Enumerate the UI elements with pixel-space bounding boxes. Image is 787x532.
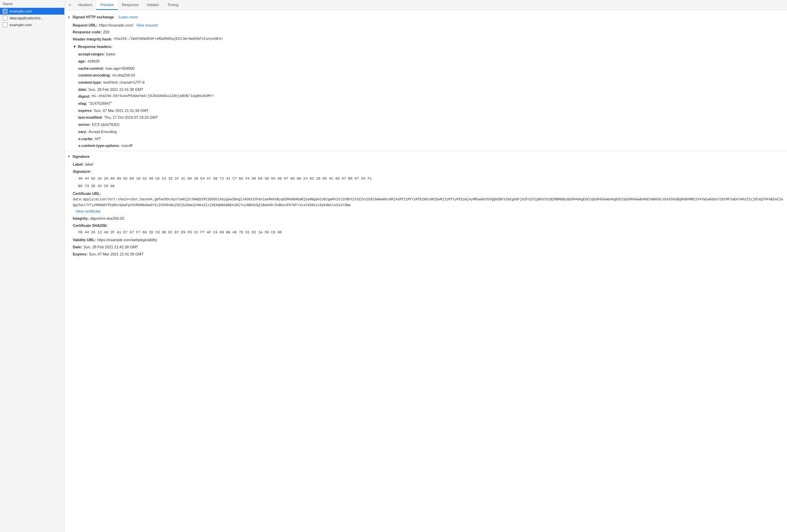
main-panel: × Headers Preview Response Initiator Tim… (65, 0, 787, 532)
header-integrity-label: Header integrity hash: (73, 36, 112, 43)
sidebar-header: Name (0, 0, 64, 8)
sig-expires-key: Expires: (73, 251, 87, 257)
sidebar-item-example-com-2[interactable]: example.com (0, 21, 64, 28)
integrity-value: digest/mi-sha256-03 (90, 215, 124, 222)
sig-label-key: Label: (73, 161, 84, 168)
rh-vary: vary: Accept-Encoding (65, 128, 787, 135)
rh-x-cache: x-cache: HIT (65, 135, 787, 143)
rh-value: 428635 (87, 58, 100, 65)
rh-value: HIT (95, 136, 101, 142)
request-url-row: Request URL: https://example.com/ View r… (65, 22, 787, 29)
tab-preview[interactable]: Preview (96, 0, 118, 10)
sidebar-item-data-application[interactable]: data:application/ce... (0, 15, 64, 21)
sidebar-item-label: example.com (10, 9, 32, 13)
sig-date-key: Date: (73, 244, 82, 250)
rh-value: Accept-Encoding (88, 129, 117, 135)
cert-sha256-row: Certificate SHA256: (65, 222, 787, 229)
rh-value: Thu, 17 Oct 2019 07:18:26 GMT (104, 114, 158, 121)
tab-timing[interactable]: Timing (163, 0, 183, 10)
file-icon (3, 9, 7, 14)
signature-section-header[interactable]: ▼ Signature (65, 152, 787, 161)
rh-key: content-type: (78, 79, 102, 86)
rh-content-encoding: content-encoding: mi-sha256-03 (65, 72, 787, 79)
tab-response[interactable]: Response (118, 0, 143, 10)
sig-bytes-row: Signature: (65, 168, 787, 175)
rh-key: cache-control: (78, 65, 104, 72)
preview-content: ▼ Signed HTTP exchange Learn more Reques… (65, 10, 787, 532)
integrity-key: Integrity: (73, 215, 89, 222)
rh-etag: etag: "3147526947" (65, 100, 787, 107)
sig-label-value: label (85, 161, 93, 168)
rh-key: content-encoding: (78, 72, 111, 79)
rh-age: age: 428635 (65, 58, 787, 65)
sig-triangle: ▼ (67, 154, 70, 159)
rh-key: server: (78, 121, 91, 128)
rh-value: ECS (dcb/7EA2) (92, 121, 120, 128)
sig-expires-row: Expires: Sun, 07 Mar 2021 21:41:38 GMT (65, 251, 787, 258)
rh-value: text/html; charset=UTF-8 (103, 79, 145, 86)
rh-digest: digest: mi-sha256-03=kcwVP6aOwYmA/j9JbUU… (65, 93, 787, 100)
rh-value: bytes (106, 51, 115, 57)
response-headers-triangle: ▼ (73, 44, 77, 50)
rh-value: "3147526947" (88, 100, 112, 107)
file-icon (3, 16, 7, 20)
rh-key: age: (78, 58, 86, 65)
response-headers-title: Response headers: (78, 44, 112, 50)
header-integrity-row: Header integrity hash: sha256-/IWdYDKW66… (65, 36, 787, 43)
view-certificate-link[interactable]: View certificate (76, 208, 101, 215)
tab-headers[interactable]: Headers (74, 0, 97, 10)
sidebar-item-label: data:application/ce... (10, 16, 44, 20)
validity-url-row: Validity URL: https://example.com/webpkg… (65, 236, 787, 244)
cert-url-value: data:application/cert-chain+cbor;base64,… (73, 197, 784, 208)
rh-value: max-age=604800 (105, 65, 135, 72)
response-headers-header[interactable]: ▼ Response headers: (65, 43, 787, 51)
rh-key: digest: (78, 93, 90, 100)
close-tab-button[interactable]: × (66, 0, 74, 10)
rh-key: last-modified: (78, 114, 103, 121)
rh-key: etag: (78, 100, 87, 107)
sidebar: Name example.com data:application/ce... … (0, 0, 65, 532)
section-divider (65, 151, 787, 151)
sig-expires-value: Sun, 07 Mar 2021 21:41:38 GMT (89, 251, 144, 257)
rh-value: Sun, 07 Mar 2021 21:41:38 GMT (94, 107, 149, 114)
rh-key: x-cache: (78, 136, 94, 142)
rh-value: nosniff (121, 143, 132, 149)
header-integrity-value: sha256-/IWdYDKW663F+eRGZMdhwjEhIJW+Hw6hK… (114, 36, 223, 43)
rh-date: date: Sun, 28 Feb 2021 21:41:38 GMT (65, 86, 787, 93)
cert-sha256-value: FB 44 26 13 48 2F A1 E7 67 F7 68 2D C0 8… (65, 229, 787, 236)
cert-sha256-key: Certificate SHA256: (73, 222, 107, 229)
sig-date-row: Date: Sun, 28 Feb 2021 21:41:38 GMT (65, 244, 787, 251)
rh-value: mi-sha256-03 (112, 72, 135, 79)
rh-key: expires: (78, 107, 93, 114)
integrity-row: Integrity: digest/mi-sha256-03 (65, 215, 787, 222)
view-request-link[interactable]: View request (136, 22, 157, 29)
sig-title: Signature (72, 154, 90, 160)
rh-last-modified: last-modified: Thu, 17 Oct 2019 07:18:26… (65, 114, 787, 121)
sig-bytes-line1: 30 44 02 20 26 A9 89 92 ED 10 33 98 CE C… (65, 175, 787, 183)
sidebar-item-example-com-1[interactable]: example.com (0, 8, 64, 15)
rh-expires: expires: Sun, 07 Mar 2021 21:41:38 GMT (65, 107, 787, 114)
rh-key: accept-ranges: (78, 51, 105, 57)
rh-accept-ranges: accept-ranges: bytes (65, 51, 787, 58)
rh-value: mi-sha256-03=kcwVP6aOwYmA/j9JbUU0GbuiZdn… (92, 93, 214, 100)
signed-http-exchange-header[interactable]: ▼ Signed HTTP exchange Learn more (65, 13, 787, 22)
request-url-label: Request URL: (73, 22, 98, 29)
learn-more-link[interactable]: Learn more (119, 14, 138, 20)
sig-label-row: Label: label (65, 161, 787, 168)
cert-url-key: Certificate URL: (73, 190, 101, 197)
tab-initiator[interactable]: Initiator (143, 0, 163, 10)
collapse-triangle: ▼ (67, 15, 70, 20)
section-title: Signed HTTP exchange (72, 14, 114, 20)
rh-server: server: ECS (dcb/7EA2) (65, 121, 787, 128)
rh-content-type: content-type: text/html; charset=UTF-8 (65, 79, 787, 86)
rh-value: Sun, 28 Feb 2021 21:41:38 GMT (88, 86, 143, 93)
rh-cache-control: cache-control: max-age=604800 (65, 65, 787, 72)
rh-key: vary: (78, 129, 87, 135)
rh-key: x-content-type-options: (78, 143, 120, 149)
response-code-value: 200 (103, 29, 109, 35)
file-icon (3, 22, 7, 27)
sig-bytes-line2: B9 73 2E 42 C0 A0 (65, 183, 787, 190)
response-code-label: Response code: (73, 29, 102, 35)
request-url-value: https://example.com/ (99, 22, 134, 29)
rh-key: date: (78, 86, 87, 93)
